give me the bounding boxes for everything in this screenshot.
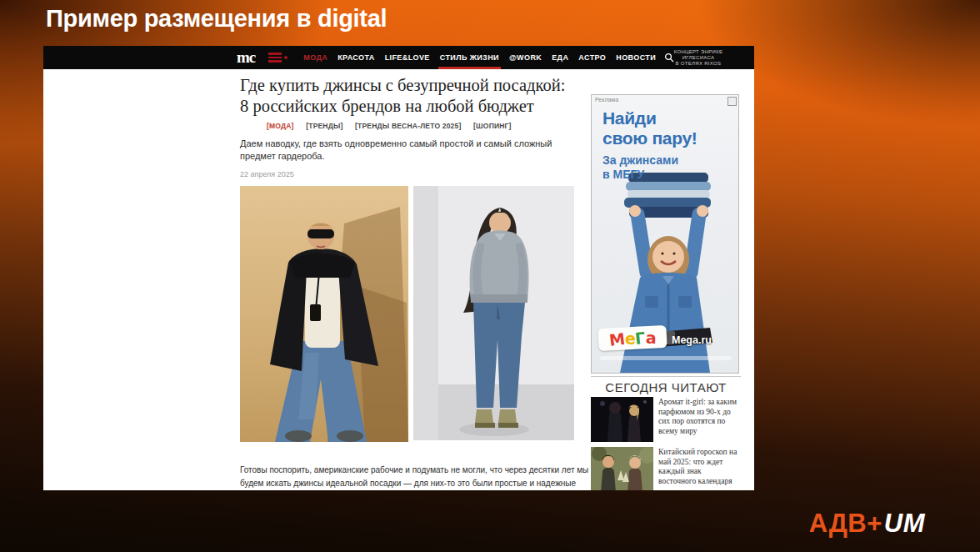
nav-item-eda[interactable]: ЕДА [552, 46, 568, 69]
today-read-header: СЕГОДНЯ ЧИТАЮТ [591, 380, 741, 394]
ad-headline: Найди свою пару! [602, 108, 698, 148]
nav-menu: МОДА КРАСОТА LIFE&LOVE СТИЛЬ ЖИЗНИ @WORK… [303, 46, 656, 69]
promo-line: КОНЦЕРТ ЭНРИКЕ [648, 49, 748, 55]
article-date: 22 апреля 2025 [240, 170, 294, 178]
ad-close-icon[interactable] [728, 97, 737, 106]
tag-shopping[interactable]: [ШОПИНГ] [473, 122, 512, 130]
nav-item-moda[interactable]: МОДА [303, 46, 328, 69]
mc-logo[interactable]: mc [237, 46, 255, 69]
news-item-horoscope[interactable]: Китайский гороскоп на май 2025: что ждет… [591, 447, 741, 490]
sidebar-separator [591, 376, 741, 377]
navbar-promo-link[interactable]: КОНЦЕРТ ЭНРИКЕ ИГЛЕСИАСА В ОТЕЛЯХ RIXOS [648, 49, 748, 67]
ad-headline-line: свою пару! [602, 128, 698, 148]
promo-line: ИГЛЕСИАСА [648, 55, 748, 61]
agency-logo-um: UM [884, 509, 925, 538]
mega-logo-letter: М [608, 329, 625, 349]
ad-subline-line: За джинсами [602, 153, 678, 168]
agency-logo: АДВ+UM [809, 509, 925, 539]
ad-subline-line: в МЕГУ [602, 168, 678, 182]
ad-banner-mega[interactable]: Реклама [591, 94, 739, 374]
mega-logo: М е Г а [598, 325, 667, 351]
mega-logo-letter: а [645, 328, 656, 346]
tag-trendy[interactable]: [ТРЕНДЫ] [306, 122, 342, 130]
nav-item-krasota[interactable]: КРАСОТА [338, 46, 375, 69]
news-thumb-concert [591, 397, 653, 442]
news-title: Китайский гороскоп на май 2025: что ждет… [658, 448, 741, 486]
mega-site-url: Mega.ru [672, 334, 712, 346]
nav-item-work[interactable]: @WORK [509, 46, 542, 69]
article-title-line: 8 российских брендов на любой бюджет [240, 96, 598, 117]
website-screenshot: mc МОДА КРАСОТА LIFE&LOVE СТИЛЬ ЖИЗНИ @W… [43, 46, 754, 490]
tag-moda[interactable]: [МОДА] [267, 122, 294, 130]
article-title-line: Где купить джинсы с безупречной посадкой… [240, 75, 598, 96]
hamburger-menu-icon[interactable] [268, 53, 282, 63]
article-photo-leather-jacket [240, 186, 408, 442]
nav-item-stil-zhizni[interactable]: СТИЛЬ ЖИЗНИ [440, 46, 499, 69]
site-navbar: mc МОДА КРАСОТА LIFE&LOVE СТИЛЬ ЖИЗНИ @W… [43, 46, 754, 69]
article-body: Готовы поспорить, американские рабочие и… [240, 464, 593, 490]
ad-disclaimer [600, 356, 732, 360]
slide-title: Пример размещения в digital [46, 5, 387, 33]
agency-logo-adv: АДВ+ [809, 509, 882, 538]
ad-headline-line: Найди [602, 108, 698, 128]
mega-logo-letter: Г [634, 328, 646, 347]
article-lead: Даем наводку, где взять одновременно сам… [240, 138, 583, 163]
article-title: Где купить джинсы с безупречной посадкой… [240, 75, 598, 117]
ad-label: Реклама [595, 97, 618, 103]
news-title: Аромат it-girl: за каким парфюмом из 90-… [658, 398, 741, 436]
nav-item-lifelove[interactable]: LIFE&LOVE [385, 46, 430, 69]
article-tags: [МОДА] [ТРЕНДЫ] [ТРЕНДЫ ВЕСНА-ЛЕТО 2025]… [267, 122, 522, 130]
promo-line: В ОТЕЛЯХ RIXOS [648, 61, 748, 67]
news-item-perfume[interactable]: Аромат it-girl: за каким парфюмом из 90-… [591, 397, 741, 444]
tag-trendy-vesna-leto[interactable]: [ТРЕНДЫ ВЕСНА-ЛЕТО 2025] [355, 122, 461, 130]
page-content: Где купить джинсы с безупречной посадкой… [43, 69, 754, 490]
article-photo-gray-sweater [413, 186, 574, 440]
news-thumb-garden [591, 447, 653, 490]
ad-subline: За джинсами в МЕГУ [602, 153, 678, 182]
nav-item-astro[interactable]: АСТРО [578, 46, 606, 69]
slide: Пример размещения в digital mc МОДА КРАС… [0, 0, 980, 552]
